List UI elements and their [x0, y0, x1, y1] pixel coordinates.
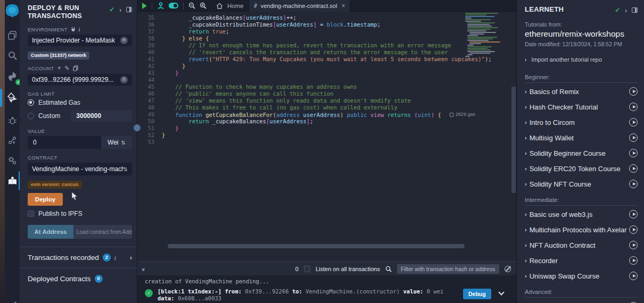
- estimated-gas-radio[interactable]: [28, 99, 34, 106]
- custom-gas-input[interactable]: 3000000: [71, 110, 132, 122]
- line-number[interactable]: 36: [137, 21, 162, 28]
- learneth-icon[interactable]: [5, 173, 20, 188]
- panel-pin-icon[interactable]: [126, 7, 132, 12]
- line-number[interactable]: 53: [137, 139, 162, 146]
- plugin-manager-icon[interactable]: [5, 153, 20, 168]
- tutorial-item[interactable]: ›Intro to Circom: [525, 115, 638, 130]
- line-number[interactable]: 38: [137, 35, 162, 42]
- learneth-expand-icon[interactable]: ›: [625, 6, 627, 14]
- code-editor[interactable]: 35 _cupcakeBalances[userAddress]++;36 _c…: [137, 12, 516, 254]
- at-address-input[interactable]: Load contract from Addres: [73, 225, 132, 239]
- play-tutorial-icon[interactable]: [629, 87, 638, 96]
- deploy-button[interactable]: Deploy: [28, 193, 63, 206]
- line-number[interactable]: 40: [137, 49, 162, 56]
- run-script-icon[interactable]: [142, 3, 147, 9]
- play-tutorial-icon[interactable]: [629, 256, 638, 265]
- debugger-icon[interactable]: [5, 113, 20, 128]
- file-explorer-icon[interactable]: [5, 28, 20, 43]
- home-tab[interactable]: Home: [211, 0, 249, 11]
- clear-console-icon[interactable]: [505, 266, 511, 272]
- zoom-in-icon[interactable]: [200, 2, 207, 9]
- play-tutorial-icon[interactable]: [629, 103, 638, 111]
- account-select[interactable]: 0xf39...92266 (9999.99929... ⚙: [28, 74, 132, 86]
- play-tutorial-icon[interactable]: [629, 272, 638, 280]
- import-tutorial-repo[interactable]: › Import another tutorial repo: [525, 56, 638, 63]
- custom-gas-radio[interactable]: [28, 113, 34, 119]
- transactions-info-icon[interactable]: i: [114, 255, 116, 261]
- line-number[interactable]: 51: [137, 125, 162, 132]
- zoom-out-icon[interactable]: [188, 2, 195, 9]
- play-tutorial-icon[interactable]: [629, 133, 638, 142]
- environment-info-icon[interactable]: i: [79, 26, 80, 32]
- remix-logo[interactable]: [5, 3, 20, 18]
- line-number[interactable]: 49: [137, 111, 162, 118]
- tutorial-item[interactable]: ›Recorder: [525, 253, 638, 268]
- transactions-recorded-row[interactable]: Transactions recorded 2 i ›: [28, 247, 132, 268]
- at-address-button[interactable]: At Address: [28, 225, 73, 239]
- tutorial-item[interactable]: ›Solidity Beginner Course: [525, 146, 638, 161]
- line-number[interactable]: 46: [137, 90, 162, 97]
- account-settings-icon[interactable]: ⚙: [120, 76, 128, 83]
- deploy-run-icon[interactable]: [5, 90, 20, 105]
- tutorial-item[interactable]: ›Hash Checker Tutorial: [525, 99, 638, 115]
- play-tutorial-icon[interactable]: [629, 210, 638, 218]
- tutorial-item[interactable]: ›Basic use of web3.js: [525, 207, 638, 222]
- edit-account-icon[interactable]: ✎: [64, 65, 70, 72]
- line-number[interactable]: 42: [137, 63, 162, 70]
- line-number[interactable]: 39: [137, 42, 162, 49]
- panel-resize-handle[interactable]: [134, 124, 141, 131]
- transactions-expand-icon[interactable]: ›: [130, 254, 132, 262]
- tutorial-item[interactable]: ›Basics of Remix: [525, 84, 638, 99]
- line-number[interactable]: 35: [137, 14, 162, 21]
- unit-stepper-icon[interactable]: ⇅: [121, 140, 126, 146]
- ai-toggle-switch[interactable]: [169, 3, 178, 9]
- environment-select[interactable]: Injected Provider - MetaMask ⚙: [28, 35, 132, 46]
- line-number[interactable]: 47: [137, 97, 162, 104]
- solidity-compiler-icon[interactable]: ✓: [5, 69, 20, 84]
- debug-button[interactable]: Debug: [463, 289, 491, 299]
- transaction-log-row[interactable]: ✓ [block:1 txIndex:-] from: 0xf39...9226…: [145, 288, 516, 303]
- tutorial-item[interactable]: ›Multisig Wallet: [525, 130, 638, 146]
- copy-account-icon[interactable]: [73, 65, 78, 71]
- play-tutorial-icon[interactable]: [629, 149, 638, 157]
- tutorial-item[interactable]: ›NFT Auction Contract: [525, 238, 638, 253]
- editor-horizontal-scrollbar[interactable]: [168, 244, 465, 248]
- contract-select[interactable]: VendingMachine - vending-machin ⇅: [28, 163, 132, 175]
- value-input[interactable]: 0: [28, 136, 101, 149]
- panel-expand-icon[interactable]: ›: [119, 6, 121, 13]
- editor-vertical-scrollbar[interactable]: [511, 87, 516, 193]
- play-tutorial-icon[interactable]: [629, 180, 638, 188]
- line-number[interactable]: 43: [137, 70, 162, 77]
- value-unit-select[interactable]: Wei ⇅: [101, 136, 132, 149]
- line-number[interactable]: 50: [137, 118, 162, 125]
- publish-ipfs-checkbox[interactable]: [28, 211, 34, 217]
- line-number[interactable]: 48: [137, 104, 162, 111]
- line-number[interactable]: 52: [137, 132, 162, 139]
- terminal-filter-input[interactable]: Filter with transaction hash or address: [397, 264, 499, 274]
- settings-icon-partial[interactable]: [5, 296, 20, 303]
- tutorial-item[interactable]: ›All about Proxy Contracts: [525, 299, 638, 303]
- ai-assistant-icon[interactable]: [157, 2, 164, 10]
- active-file-tab[interactable]: vending-machine-contract.sol ×: [249, 0, 351, 12]
- line-number[interactable]: 44: [137, 77, 162, 83]
- line-number[interactable]: 41: [137, 56, 162, 63]
- deployed-contracts-row[interactable]: Deployed Contracts 0: [28, 268, 132, 289]
- tutorial-item[interactable]: ›Solidity ERC20 Token Course: [525, 161, 638, 176]
- listen-all-checkbox[interactable]: [304, 266, 310, 272]
- environment-settings-icon[interactable]: ⚙: [120, 37, 128, 44]
- add-account-icon[interactable]: +: [57, 64, 61, 72]
- terminal-expand-icon[interactable]: »: [141, 267, 147, 270]
- close-tab-icon[interactable]: ×: [341, 2, 345, 10]
- play-tutorial-icon[interactable]: [629, 241, 638, 249]
- play-tutorial-icon[interactable]: [629, 118, 638, 127]
- tutorial-item[interactable]: ›Multichain Protocols with Axelar: [525, 222, 638, 238]
- play-tutorial-icon[interactable]: [629, 225, 638, 234]
- learneth-pin-icon[interactable]: [632, 7, 638, 13]
- tutorial-item[interactable]: ›Uniswap Swap Course: [525, 268, 638, 284]
- scenario-recorder-icon[interactable]: [5, 133, 20, 148]
- editor-minimap[interactable]: [465, 13, 510, 57]
- tutorial-item[interactable]: ›Solidity NFT Course: [525, 176, 638, 192]
- search-icon[interactable]: [5, 48, 20, 63]
- line-number[interactable]: 37: [137, 28, 162, 35]
- tx-expand-icon[interactable]: [498, 289, 504, 295]
